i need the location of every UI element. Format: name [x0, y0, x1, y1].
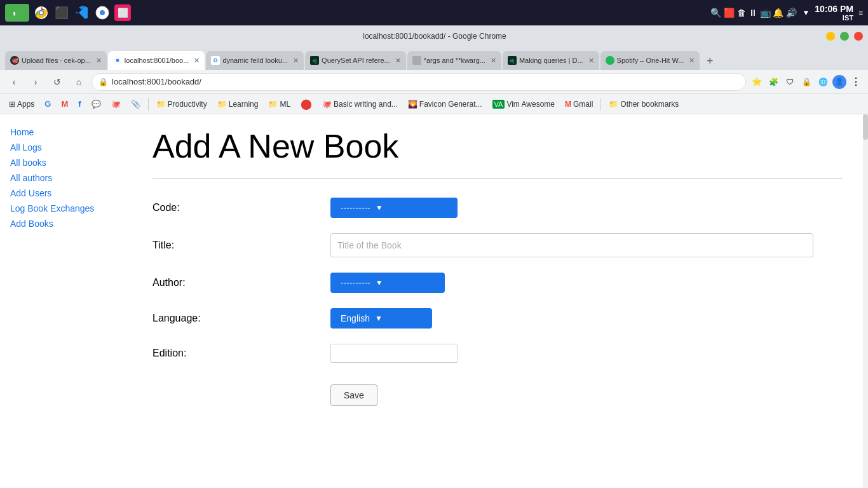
svg-point-6 [100, 10, 105, 15]
bookmark-ml[interactable]: 📁 ML [264, 98, 294, 110]
bookmark-apps-label: Apps [17, 100, 34, 109]
tab-favicon-chrome [113, 56, 122, 65]
bookmark-google[interactable]: G [41, 98, 55, 110]
productivity-folder-icon: 📁 [156, 100, 166, 109]
save-button[interactable]: Save [330, 384, 377, 406]
edition-input[interactable] [330, 344, 458, 363]
taskbar-app-terminal2[interactable]: ⬛ [53, 4, 70, 21]
bookmark-learning[interactable]: 📁 Learning [214, 98, 262, 110]
bookmark-favicon[interactable]: 🌄 Favicon Generat... [404, 98, 486, 110]
url-bar[interactable]: 🔒 localhost:8001/bookadd/ [92, 73, 746, 91]
reload-button[interactable]: ↺ [48, 73, 66, 91]
chrome-menu[interactable]: ⋮ [849, 75, 863, 89]
page-divider [153, 178, 843, 179]
bookmark-separator2 [600, 98, 601, 111]
svg-point-4 [40, 11, 43, 15]
form-row-edition: Edition: [153, 344, 843, 363]
sidebar-link-all-books[interactable]: All books [10, 158, 117, 168]
bookmark-favicon-label: Favicon Generat... [419, 100, 482, 109]
tab-label: Upload files · cek-op... [22, 57, 91, 64]
red-icon: ⬤ [301, 98, 312, 110]
tab-dynamic[interactable]: G dynamic feild looku... ✕ [206, 51, 304, 70]
home-button[interactable]: ⌂ [70, 73, 88, 91]
code-label: Code: [153, 202, 330, 214]
back-button[interactable]: ‹ [5, 73, 23, 91]
tab-favicon-spotify [606, 56, 614, 65]
scrollbar-track[interactable] [863, 114, 868, 488]
forward-button[interactable]: › [27, 73, 44, 91]
minimize-button[interactable] [826, 32, 835, 41]
bookmark-whatsapp[interactable]: 💬 [88, 98, 105, 110]
bookmark-productivity[interactable]: 📁 Productivity [153, 98, 211, 110]
bookmark-vim[interactable]: VA Vim Awesome [489, 98, 559, 110]
bookmark-red[interactable]: ⬤ [297, 97, 316, 111]
ext-3[interactable]: 🔒 [799, 75, 813, 89]
title-input[interactable] [330, 233, 813, 257]
sidebar-link-home[interactable]: Home [10, 127, 117, 137]
tab-close-sp[interactable]: ✕ [689, 57, 695, 65]
taskbar-app-chrome[interactable] [33, 4, 50, 21]
page-title: Add A New Book [153, 127, 843, 165]
sidebar-link-log-book-exchanges[interactable]: Log Book Exchanges [10, 203, 117, 214]
form-row-save: Save [153, 378, 843, 406]
tab-queryset[interactable]: dj QuerySet API refere... ✕ [305, 51, 406, 70]
apps-icon: ⊞ [9, 100, 15, 109]
sidebar-link-all-logs[interactable]: All Logs [10, 142, 117, 152]
tab-close-active[interactable]: ✕ [194, 57, 200, 65]
tab-localhost[interactable]: localhost:8001/boo... ✕ [108, 51, 205, 70]
bookmark-basic-writing[interactable]: 🐙 Basic writing and... [318, 98, 402, 110]
bookmark-gmail[interactable]: M Gmail [561, 98, 597, 110]
save-control: Save [330, 378, 843, 406]
language-select-button[interactable]: English ▼ [330, 308, 432, 329]
bookmark-clip[interactable]: 📎 [127, 98, 144, 110]
ext-4[interactable]: 🌐 [816, 75, 830, 89]
code-control: ---------- ▼ [330, 198, 843, 218]
tab-close[interactable]: ✕ [96, 57, 102, 65]
taskbar-app-terminal[interactable]: ▮ [5, 4, 29, 22]
close-button[interactable] [854, 32, 863, 41]
tab-close-dyn[interactable]: ✕ [293, 57, 299, 65]
tab-favicon-g: G [211, 56, 220, 65]
tab-upload-files[interactable]: 🐙 Upload files · cek-op... ✕ [5, 51, 107, 70]
edition-label: Edition: [153, 348, 330, 359]
edition-control [330, 344, 843, 363]
bookmark-github-bm[interactable]: 🐙 [107, 98, 125, 110]
vim-icon: VA [492, 100, 505, 109]
bookmark-facebook[interactable]: f [74, 98, 85, 110]
tab-making-queries[interactable]: dj Making queries | D... ✕ [503, 51, 599, 70]
chrome-window: localhost:8001/bookadd/ - Google Chrome … [0, 25, 868, 488]
ext-star[interactable]: ⭐ [750, 75, 764, 89]
tab-favicon-dj: dj [310, 56, 319, 65]
sidebar-link-add-books[interactable]: Add Books [10, 219, 117, 229]
taskbar-app-chrome2[interactable] [94, 4, 111, 21]
ext-avatar[interactable]: 👤 [832, 75, 846, 89]
bookmark-gmail-bm[interactable]: M [57, 98, 72, 110]
bookmark-apps[interactable]: ⊞ Apps [5, 98, 38, 110]
gmail-bm-icon: M [61, 99, 68, 109]
tab-spotify[interactable]: Spotify – One-Hit W... ✕ [600, 51, 700, 70]
tab-label-spotify: Spotify – One-Hit W... [617, 57, 684, 64]
ext-1[interactable]: 🧩 [766, 75, 780, 89]
tab-close-qs[interactable]: ✕ [395, 57, 401, 65]
tabs-bar: 🐙 Upload files · cek-op... ✕ localhost:8… [0, 47, 868, 70]
new-tab-button[interactable]: + [701, 52, 719, 70]
tab-close-args[interactable]: ✕ [491, 57, 496, 65]
maximize-button[interactable] [840, 32, 849, 41]
taskbar-menu[interactable]: ≡ [858, 8, 863, 17]
tab-label-mq: Making queries | D... [519, 57, 583, 64]
sidebar-link-all-authors[interactable]: All authors [10, 173, 117, 183]
url-text: localhost:8001/bookadd/ [112, 77, 739, 86]
code-select-button[interactable]: ---------- ▼ [330, 198, 458, 218]
tab-close-mq[interactable]: ✕ [588, 57, 594, 65]
dropdown-icon[interactable]: ▼ [802, 8, 810, 17]
sidebar-link-add-users[interactable]: Add Users [10, 188, 117, 198]
author-select-button[interactable]: ---------- ▼ [330, 273, 445, 293]
language-select-arrow: ▼ [375, 314, 383, 323]
scrollbar-thumb[interactable] [863, 114, 868, 140]
ext-2[interactable]: 🛡 [783, 75, 797, 89]
taskbar-app-files[interactable]: ⬜ [114, 4, 131, 21]
bookmark-other[interactable]: 📁 Other bookmarks [605, 98, 682, 110]
taskbar-app-vscode[interactable] [74, 4, 90, 21]
title-bar: localhost:8001/bookadd/ - Google Chrome [0, 25, 868, 47]
tab-args[interactable]: *args and **kwarg... ✕ [407, 51, 501, 70]
